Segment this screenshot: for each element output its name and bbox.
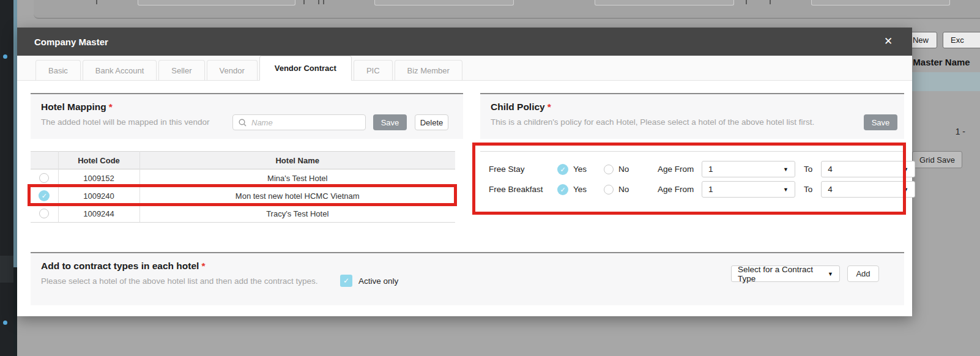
hotel-mapping-title-text: Hotel Mapping bbox=[41, 102, 106, 112]
hotel-name-cell: Tracy's Test Hotel bbox=[139, 205, 455, 223]
close-icon[interactable]: ✕ bbox=[882, 35, 895, 48]
background-label-fragment bbox=[746, 0, 747, 4]
free-stay-age-to-select[interactable]: 4 ▼ bbox=[821, 161, 915, 177]
background-label-fragment bbox=[96, 0, 97, 4]
free-breakfast-no-radio[interactable] bbox=[604, 185, 614, 195]
tab-seller[interactable]: Seller bbox=[158, 60, 204, 80]
hotel-mapping-subtitle: The added hotel will be mapped in this v… bbox=[41, 117, 209, 127]
background-label-fragment bbox=[770, 0, 771, 4]
row-radio-unchecked[interactable] bbox=[39, 173, 49, 183]
age-from-label: Age From bbox=[658, 185, 702, 194]
no-label: No bbox=[618, 165, 636, 174]
child-policy-title: Child Policy* bbox=[491, 102, 551, 113]
dialog-tabbar: Basic Bank Account Seller Vendor Vendor … bbox=[17, 56, 912, 81]
excel-button[interactable]: Exc bbox=[943, 32, 980, 48]
hotel-mapping-save-button[interactable]: Save bbox=[373, 114, 407, 130]
hotel-search-input[interactable] bbox=[251, 118, 349, 127]
child-policy-section: Child Policy* This is a children's polic… bbox=[480, 93, 904, 213]
child-policy-form: Free Stay ✓ Yes No Age From 1 ▼ To 4 ▼ F… bbox=[480, 151, 904, 213]
hotel-code-cell: 1009240 bbox=[58, 187, 139, 205]
required-mark: * bbox=[548, 102, 551, 112]
sidebar-active-item bbox=[0, 256, 13, 283]
dialog-header: Company Master bbox=[17, 28, 912, 56]
table-row[interactable]: 1009244 Tracy's Test Hotel bbox=[31, 205, 455, 223]
hotel-search-box[interactable] bbox=[232, 114, 366, 130]
yes-label: Yes bbox=[573, 165, 590, 174]
active-only-checkbox[interactable]: ✓ bbox=[340, 275, 352, 287]
hotel-code-cell: 1009152 bbox=[58, 169, 139, 187]
background-input bbox=[374, 0, 514, 6]
hotel-code-column-header: Hotel Code bbox=[58, 152, 139, 169]
background-input bbox=[595, 0, 734, 6]
age-from-label: Age From bbox=[658, 165, 702, 174]
tab-bank-account[interactable]: Bank Account bbox=[83, 60, 157, 80]
tab-vendor[interactable]: Vendor bbox=[207, 60, 258, 80]
age-from-value: 1 bbox=[708, 185, 713, 194]
no-label: No bbox=[618, 185, 636, 194]
hotel-mapping-delete-button[interactable]: Delete bbox=[415, 114, 448, 130]
tab-biz-member[interactable]: Biz Member bbox=[395, 60, 462, 80]
to-label: To bbox=[804, 165, 812, 174]
free-breakfast-yes-radio[interactable]: ✓ bbox=[557, 184, 568, 195]
free-breakfast-age-from-select[interactable]: 1 ▼ bbox=[702, 181, 795, 198]
tab-pic[interactable]: PIC bbox=[354, 60, 393, 80]
free-stay-label: Free Stay bbox=[489, 165, 557, 174]
tab-basic[interactable]: Basic bbox=[35, 60, 81, 80]
free-breakfast-label: Free Breakfast bbox=[489, 185, 557, 194]
contract-types-title: Add to contract types in each hotel* bbox=[41, 261, 205, 272]
chevron-down-icon: ▼ bbox=[903, 166, 908, 172]
master-name-column-label: p Master Name bbox=[905, 57, 970, 67]
free-stay-yes-radio[interactable]: ✓ bbox=[557, 164, 568, 175]
company-master-dialog: Company Master ✕ Basic Bank Account Sell… bbox=[17, 28, 912, 316]
hotel-table: Hotel Code Hotel Name 1009152 Mina's Tes… bbox=[31, 151, 455, 223]
background-label-fragment bbox=[323, 0, 324, 4]
table-row[interactable]: 1009152 Mina's Test Hotel bbox=[31, 169, 455, 187]
table-row-selected[interactable]: ✓ 1009240 Mon test new hotel HCMC Vietna… bbox=[31, 187, 455, 205]
active-only-label: Active only bbox=[358, 276, 398, 286]
background-input bbox=[811, 0, 950, 6]
background-label-fragment bbox=[318, 0, 319, 4]
search-icon bbox=[239, 119, 247, 127]
hotel-mapping-section: Hotel Mapping* The added hotel will be m… bbox=[31, 93, 463, 223]
required-mark: * bbox=[201, 261, 205, 271]
required-mark: * bbox=[109, 102, 113, 112]
pagination-count: 1 - bbox=[937, 127, 965, 136]
add-contract-type-button[interactable]: Add bbox=[847, 265, 879, 282]
row-radio-unchecked[interactable] bbox=[39, 209, 49, 218]
free-breakfast-row: Free Breakfast ✓ Yes No Age From 1 ▼ To … bbox=[489, 181, 915, 198]
radio-column-header bbox=[31, 152, 58, 169]
free-stay-no-radio[interactable] bbox=[604, 165, 614, 174]
child-policy-save-button[interactable]: Save bbox=[864, 114, 897, 130]
row-radio-checked[interactable]: ✓ bbox=[39, 190, 50, 201]
to-label: To bbox=[804, 185, 812, 194]
notification-dot bbox=[3, 54, 7, 59]
dialog-title: Company Master bbox=[34, 37, 108, 47]
free-breakfast-age-to-select[interactable]: 4 ▼ bbox=[821, 181, 915, 198]
age-from-value: 1 bbox=[708, 165, 713, 174]
notification-dot bbox=[3, 321, 7, 325]
child-policy-subtitle: This is a children's policy for each Hot… bbox=[491, 117, 814, 127]
contract-types-title-text: Add to contract types in each hotel bbox=[41, 261, 199, 271]
grid-save-button[interactable]: Grid Save bbox=[912, 151, 962, 168]
yes-label: Yes bbox=[573, 185, 590, 194]
free-stay-age-from-select[interactable]: 1 ▼ bbox=[702, 161, 795, 177]
contract-type-select[interactable]: Select for a Contract Type ▼ bbox=[731, 265, 840, 282]
background-grid-row bbox=[904, 72, 980, 91]
background-form-panel bbox=[34, 0, 980, 19]
background-label-fragment bbox=[303, 0, 305, 4]
age-to-value: 4 bbox=[828, 165, 833, 174]
hotel-name-column-header: Hotel Name bbox=[139, 152, 455, 169]
app-sidebar bbox=[0, 0, 13, 356]
chevron-down-icon: ▼ bbox=[903, 187, 908, 193]
hotel-name-cell: Mon test new hotel HCMC Vietnam bbox=[139, 187, 455, 205]
contract-types-subtitle: Please select a hotel of the above hotel… bbox=[41, 276, 318, 286]
hotel-table-header-row: Hotel Code Hotel Name bbox=[31, 152, 455, 169]
tab-vendor-contract[interactable]: Vendor Contract bbox=[259, 56, 352, 81]
chevron-down-icon: ▼ bbox=[783, 187, 789, 193]
child-policy-title-text: Child Policy bbox=[491, 102, 545, 112]
chevron-down-icon: ▼ bbox=[783, 166, 789, 172]
hotel-code-cell: 1009244 bbox=[58, 205, 139, 223]
background-input bbox=[138, 0, 295, 6]
age-to-value: 4 bbox=[828, 185, 833, 194]
child-policy-header: Child Policy* This is a children's polic… bbox=[480, 94, 904, 139]
